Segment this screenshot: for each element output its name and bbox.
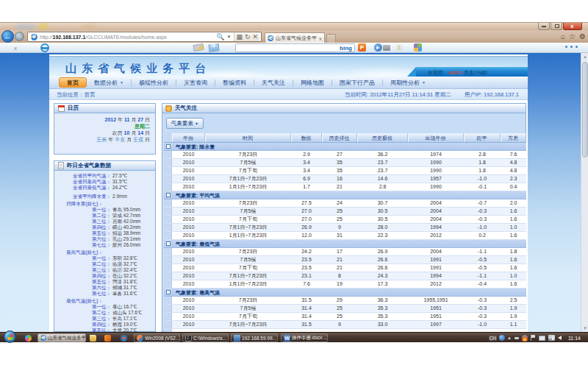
blocked-icon[interactable] [40,43,49,52]
table-row[interactable]: 20107月23日31.52936.31955,1951-0.32.5 [164,297,526,305]
taskbar-button-1[interactable]: Win2008 (VS2... [134,333,180,342]
table-row[interactable]: 20107月23日27.52430.72004-0.72.0 [164,199,526,208]
nav-tab-5[interactable]: 整编资料 [223,79,246,87]
table-cell: 1.0 [501,224,526,231]
table-row[interactable]: 20107月23日24.21726.92004-1.11.8 [164,248,526,256]
tray-dash-icon[interactable] [514,337,519,339]
taskbar-app-icon[interactable] [104,335,111,342]
tray-volume-icon[interactable] [558,336,562,340]
settings-gear-icon[interactable]: ⚙ [579,32,586,41]
nav-tab-1[interactable]: 首页 [59,77,87,88]
language-indicator[interactable]: CH [489,336,497,341]
table-row[interactable]: 20107月23日2.92736.219742.87.6 [164,151,526,159]
weather-stat-line: 第五位：招远 38.9mm [54,230,155,236]
table-group-header[interactable]: 气象要素: 最低气温 [164,240,526,248]
group-checkbox[interactable] [166,193,171,197]
addon-grid-icon[interactable] [414,43,422,52]
scroll-down-icon[interactable]: ▼ [583,326,587,330]
tray-display-icon[interactable] [539,336,545,341]
minimize-button[interactable] [538,23,550,30]
tray-flag-icon[interactable] [531,335,536,341]
table-row[interactable]: 20101月1日~7月23日12.03122.320120.21.6 [164,232,526,240]
table-row[interactable]: 20107月5候23.52126.61991-0.51.6 [164,256,526,264]
element-filter-button[interactable]: 气象要素▲ [166,118,204,129]
column-header[interactable]: 历史排位 [322,133,357,142]
key-icon[interactable]: ⚿ [397,44,402,52]
table-row[interactable]: 20107月下旬23.52126.61991-0.51.6 [164,264,526,272]
column-header[interactable]: 数值 [291,133,322,142]
column-header[interactable]: 时间 [205,133,291,142]
table-row[interactable]: 20107月1日~7月23日6.91614.61957-1.02.3 [164,175,526,183]
taskbar-ie-button[interactable]: 山东省气候业务平... [37,333,86,342]
weather-stat-label: 第七位： [54,242,111,248]
tray-sphere-icon[interactable] [499,335,505,341]
dropdown-caret-icon[interactable]: ▼ [226,32,231,41]
pinwheel-icon[interactable] [25,335,32,342]
stop-icon[interactable]: ✕ [252,32,258,41]
browser-tab[interactable]: 山东省气候业务平... x [265,32,325,43]
nav-tab-6[interactable]: 天气关注 [262,79,285,87]
taskbar-button-3[interactable]: 192.168.59.99... [231,333,278,342]
table-row[interactable]: 20107月下旬3.43523.719901.84.8 [164,167,526,175]
maximize-button[interactable] [551,23,562,30]
addon-orange-icon[interactable]: P [358,43,366,52]
data-table: 年份时间数值历史排位历史极值出现年份距平方差 气象要素: 降水量20107月23… [164,133,526,332]
video-call-icon[interactable] [374,43,390,52]
home-icon[interactable]: ⌂ [561,32,565,41]
nav-tab-2[interactable]: 数据分析▼ [94,79,123,87]
tray-security-icon[interactable] [522,335,528,342]
wallet-card-icon[interactable] [193,43,204,52]
table-row[interactable]: 20107月下旬27.02530.52004-0.31.6 [164,216,526,224]
forward-button[interactable]: → [15,32,24,41]
table-row[interactable]: 20101月1日~7月23日7.61917.32012-0.41.6 [164,280,526,289]
back-button[interactable]: ← [1,30,14,43]
nav-tab-3[interactable]: 极端性分析 [139,79,168,87]
taskbar-media-icon[interactable] [121,335,127,342]
new-tab-button[interactable] [326,34,336,43]
column-header[interactable]: 年份 [172,133,205,142]
commandbar-close-icon[interactable]: x [14,45,17,52]
table-row[interactable]: 20107月5候27.02530.52004-0.31.6 [164,208,526,216]
table-row[interactable]: 20107月下旬31.42535.31951-0.31.9 [164,313,526,321]
column-header[interactable]: 出现年份 [408,133,464,142]
close-button[interactable]: x [563,23,582,30]
refresh-icon[interactable]: ↻ [245,32,251,41]
nav-tab-9[interactable]: 周期性分析▼ [390,79,426,87]
table-cell: 2004 [408,248,464,255]
tab-close-icon[interactable]: x [317,35,324,42]
column-header[interactable]: 历史极值 [357,133,408,142]
table-row[interactable]: 20107月5候3.43523.719901.84.8 [164,159,526,167]
table-cell: 2010 [172,175,205,183]
start-button[interactable] [4,330,16,343]
group-checkbox[interactable] [166,144,171,149]
more-options-dots-icon[interactable] [562,46,578,48]
table-row[interactable]: 20107月1日~7月23日26.9928.01994-1.01.0 [164,224,526,232]
address-bar[interactable]: http://192.168.137.1/GLCCLIMATE/modules/… [27,32,262,42]
table-row[interactable]: 20101月1日~7月23日1.7212.81990-0.10.4 [164,183,526,191]
column-header[interactable]: 方差 [501,133,526,142]
table-group-header[interactable]: 气象要素: 平均气温 [164,191,526,199]
taskbar-button-4[interactable]: W操作手册.docx ... [281,333,328,342]
table-group-header[interactable]: 气象要素: 最高气温 [164,289,526,297]
table-group-header[interactable]: 气象要素: 降水量 [164,143,526,151]
nav-tab-8[interactable]: 国家下行产品 [340,79,375,87]
favorites-star-icon[interactable]: ☆ [569,32,576,41]
scroll-up-icon[interactable]: ▲ [583,54,587,59]
table-row[interactable]: 20107月1日~7月23日31.5933.01997-1.01.1 [164,321,526,329]
taskbar-explorer-icon[interactable] [90,335,96,342]
scrollbar-thumb[interactable] [582,62,588,158]
column-header[interactable]: 距平 [464,133,501,142]
group-checkbox[interactable] [166,290,171,294]
bing-search-box[interactable]: bing [235,43,355,52]
tray-show-hidden-icon[interactable]: ▲ [507,336,512,340]
mail-icon[interactable] [209,43,220,52]
compatibility-icon[interactable]: ▦ [236,32,243,41]
table-row[interactable]: 20107月1日~7月23日23.1824.31994-1.11.0 [164,272,526,280]
search-icon[interactable]: 🔍 [216,32,224,41]
table-row[interactable]: 20107月5候31.42535.31951-0.31.9 [164,305,526,313]
nav-tab-7[interactable]: 网格地图 [301,79,324,87]
group-checkbox[interactable] [166,241,171,246]
nav-tab-4[interactable]: 灾害查询 [184,79,207,87]
vertical-scrollbar[interactable]: ▲ ▼ [581,53,588,332]
taskbar-button-2[interactable]: C:C:\Windows\s... [182,333,229,342]
